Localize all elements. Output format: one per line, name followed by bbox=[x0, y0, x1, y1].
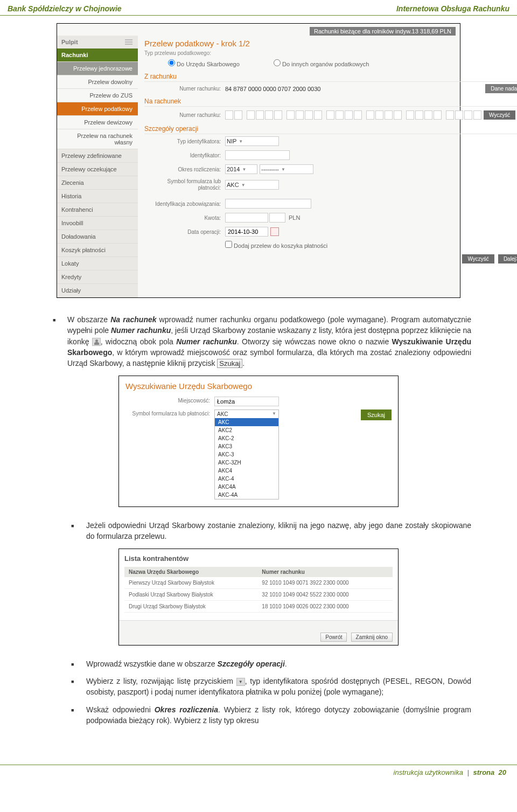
person-icon bbox=[92, 338, 101, 346]
account-input-boxes[interactable] bbox=[225, 110, 481, 120]
page-footer: instrukcja użytkownika | strona 20 bbox=[0, 765, 517, 780]
dodaj-koszyk-checkbox[interactable]: Dodaj przelew do koszyka płatności bbox=[225, 241, 327, 249]
table-row[interactable]: Podlaski Urząd Skarbowy Białystok32 1010… bbox=[124, 588, 393, 600]
instruction-paragraph-2: Jeżeli odpowiedni Urząd Skarbowy zostani… bbox=[11, 520, 506, 542]
table-row[interactable]: Drugi Urząd Skarbowy Białystok18 1010 10… bbox=[124, 600, 393, 612]
kwota-input[interactable] bbox=[225, 213, 268, 223]
sidebar-item-doladowania[interactable]: Doładowania bbox=[57, 230, 138, 244]
form-title: Przelew podatkowy - krok 1/2 bbox=[144, 39, 517, 48]
sidebar-item-invoobill[interactable]: Invoobill bbox=[57, 217, 138, 230]
identyfikator-input[interactable] bbox=[225, 150, 290, 160]
dane-nadawcy-button[interactable]: Dane nadawcy bbox=[485, 84, 517, 93]
szukaj-button[interactable]: Szukaj bbox=[361, 410, 392, 420]
sidebar-item-udzialy[interactable]: Udziały bbox=[57, 284, 138, 297]
kwota-input-2[interactable] bbox=[269, 213, 285, 223]
sidebar-item-przelew-wlasny[interactable]: Przelew na rachunek własny bbox=[57, 129, 138, 149]
ident-zob-input[interactable] bbox=[225, 199, 311, 209]
sidebar-item-zlecenia[interactable]: Zlecenia bbox=[57, 176, 138, 190]
contractor-table: Nazwa Urzędu Skarbowego Numer rachunku P… bbox=[124, 567, 393, 613]
sidebar-item-oczekujace[interactable]: Przelewy oczekujące bbox=[57, 163, 138, 176]
sidebar-item-przelew-dowolny[interactable]: Przelew dowolny bbox=[57, 75, 138, 89]
sidebar-item-kredyty[interactable]: Kredyty bbox=[57, 270, 138, 284]
typ-id-select[interactable]: NIP bbox=[225, 136, 279, 146]
z-rachunku-title: Z rachunku bbox=[144, 71, 517, 82]
miejscowosc-input[interactable] bbox=[214, 397, 279, 406]
sidebar: Pulpit Rachunki Przelewy jednorazowe Prz… bbox=[57, 36, 138, 297]
calendar-icon[interactable] bbox=[270, 227, 279, 236]
szczegoly-title: Szczegóły operacji bbox=[144, 123, 517, 134]
wyczysc-form-button[interactable]: Wyczyść bbox=[462, 254, 494, 263]
sidebar-item-przelewy-jednorazowe[interactable]: Przelewy jednorazowe bbox=[57, 62, 138, 75]
screenshot-contractor-list: Lista kontrahentów Nazwa Urzędu Skarbowe… bbox=[118, 549, 399, 646]
okres-type-select[interactable]: --------- bbox=[260, 164, 313, 174]
sidebar-item-zdefiniowane[interactable]: Przelewy zdefiniowane bbox=[57, 149, 138, 163]
account-banner: Rachunki bieżące dla rolników indyw. 13 … bbox=[310, 27, 456, 36]
sidebar-item-rachunki[interactable]: Rachunki bbox=[57, 48, 138, 62]
sidebar-item-kontrahenci[interactable]: Kontrahenci bbox=[57, 203, 138, 217]
page-header: Bank Spółdzielczy w Chojnowie Internetow… bbox=[0, 0, 517, 16]
instruction-paragraph-3: Wprowadź wszystkie dane w obszarze Szcze… bbox=[11, 658, 506, 669]
screenshot-transfer-form: Rachunki bieżące dla rolników indyw. 13 … bbox=[57, 23, 460, 298]
ss2-title: Wyszukiwanie Urzędu Skarbowego bbox=[125, 381, 392, 391]
numer-rachunku-label-2: Numer rachunku: bbox=[144, 112, 225, 118]
screenshot-search-office: Wyszukiwanie Urzędu Skarbowego Miejscowo… bbox=[118, 376, 399, 507]
data-input[interactable] bbox=[225, 227, 268, 237]
sidebar-item-koszyk[interactable]: Koszyk płatności bbox=[57, 244, 138, 257]
radio-inne-organy[interactable]: Do innych organów podatkowych bbox=[274, 61, 369, 67]
na-rachunek-title: Na rachunek bbox=[144, 95, 517, 107]
zamknij-button[interactable]: Zamknij okno bbox=[351, 633, 393, 642]
symbol-select[interactable]: AKC bbox=[225, 180, 279, 190]
header-left: Bank Spółdzielczy w Chojnowie bbox=[8, 4, 122, 13]
menu-icon bbox=[125, 39, 132, 45]
sidebar-item-przelew-zus[interactable]: Przelew do ZUS bbox=[57, 89, 138, 102]
sidebar-item-historia[interactable]: Historia bbox=[57, 190, 138, 203]
ss3-title: Lista kontrahentów bbox=[124, 554, 393, 567]
instruction-paragraph-1: W obszarze Na rachunek wprowadź numer ra… bbox=[11, 314, 506, 369]
symbol-dropdown[interactable]: AKC AKC AKC2 AKC-2 AKC3 AKC-3 AKC-3ZH AK… bbox=[214, 410, 279, 499]
sidebar-pulpit[interactable]: Pulpit bbox=[57, 36, 138, 48]
instruction-paragraph-5: Wskaż odpowiedni Okres rozliczenia. Wybi… bbox=[11, 704, 506, 726]
wyczysc-button[interactable]: Wyczyść bbox=[484, 110, 515, 120]
sidebar-item-przelew-podatkowy[interactable]: Przelew podatkowy bbox=[57, 102, 138, 116]
dropdown-icon bbox=[236, 678, 245, 686]
table-row[interactable]: Pierwszy Urząd Skarbowy Białystok92 1010… bbox=[124, 577, 393, 589]
powrot-button[interactable]: Powrót bbox=[320, 633, 347, 642]
numer-rachunku-value: 84 8787 0000 0000 0707 2000 0030 bbox=[225, 86, 320, 92]
typ-przelewu-label: Typ przelewu podatkowego: bbox=[144, 48, 517, 57]
dalej-button[interactable]: Dalej>> bbox=[498, 254, 517, 263]
radio-urzad-skarbowy[interactable]: Do Urzędu Skarbowego bbox=[168, 61, 240, 67]
numer-rachunku-label: Numer rachunku: bbox=[144, 86, 225, 92]
header-right: Internetowa Obsługa Rachunku bbox=[396, 4, 509, 13]
sidebar-item-przelew-dewizowy[interactable]: Przelew dewizowy bbox=[57, 116, 138, 129]
instruction-paragraph-4: Wybierz z listy, rozwijając listę przyci… bbox=[11, 676, 506, 698]
okres-year-select[interactable]: 2014 bbox=[225, 164, 257, 174]
sidebar-item-lokaty[interactable]: Lokaty bbox=[57, 257, 138, 270]
